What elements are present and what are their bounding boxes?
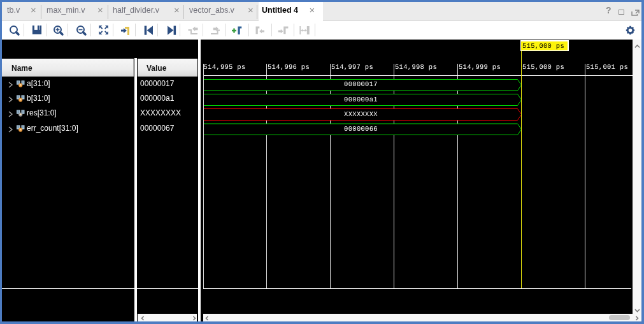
svg-text:000000a1: 000000a1: [344, 96, 378, 104]
svg-text:515,001 ps: 515,001 ps: [586, 64, 628, 71]
svg-text:515,000 ps: 515,000 ps: [522, 64, 564, 71]
svg-text:514,999 ps: 514,999 ps: [459, 64, 501, 71]
svg-text:514,998 ps: 514,998 ps: [395, 64, 437, 71]
svg-text:514,995 ps: 514,995 ps: [204, 64, 246, 71]
svg-text:515,000 ps: 515,000 ps: [522, 43, 564, 50]
svg-text:XXXXXXXX: XXXXXXXX: [344, 111, 378, 119]
svg-text:00000017: 00000017: [344, 81, 378, 89]
svg-text:00000066: 00000066: [344, 126, 378, 133]
svg-text:514,996 ps: 514,996 ps: [268, 64, 310, 71]
svg-text:514,997 ps: 514,997 ps: [331, 64, 373, 71]
